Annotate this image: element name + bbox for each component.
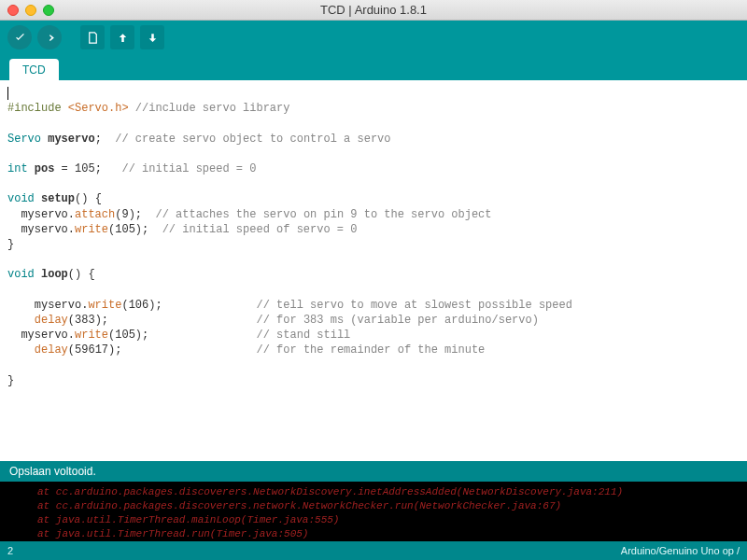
tab-strip: TCD [0, 54, 747, 80]
token-text: myservo. [7, 223, 75, 236]
console-output[interactable]: at cc.arduino.packages.discoverers.Netwo… [0, 482, 747, 541]
sketch-tab[interactable]: TCD [9, 59, 59, 80]
token-text: myservo. [7, 329, 75, 342]
status-bar: Opslaan voltooid. [0, 461, 747, 482]
token-text [28, 162, 35, 175]
token-comment: // create servo object to control a serv… [115, 133, 390, 146]
token-text [7, 314, 35, 327]
token-text: (9); [115, 208, 155, 221]
token-text: myservo. [7, 299, 88, 312]
token-variable: pos [35, 162, 55, 175]
token-text [35, 268, 41, 281]
token-method: delay [35, 343, 68, 357]
file-icon [86, 31, 100, 45]
text-cursor [7, 87, 8, 100]
window-titlebar: TCD | Arduino 1.8.1 [0, 0, 747, 21]
token-text: () { [68, 268, 95, 281]
token-text [35, 192, 41, 205]
token-text [62, 102, 68, 115]
token-comment: // initial speed of servo = 0 [162, 223, 358, 236]
token-comment: // for 383 ms (variable per arduino/serv… [256, 314, 538, 327]
token-text: (106); [121, 299, 256, 312]
token-type: int [7, 162, 28, 175]
console-line: at java.util.TimerThread.mainLoop(Timer.… [37, 513, 740, 527]
check-icon [13, 31, 27, 45]
token-text: (105); [108, 223, 162, 236]
toolbar [0, 21, 747, 54]
token-method: delay [35, 314, 68, 327]
token-text: = 105; [54, 162, 121, 175]
console-line: at cc.arduino.packages.discoverers.netwo… [37, 499, 740, 513]
token-text: ; [95, 133, 116, 146]
token-preprocessor: #include [7, 102, 62, 115]
token-comment: // attaches the servo on pin 9 to the se… [155, 208, 491, 221]
token-method: write [75, 329, 108, 342]
token-method: attach [75, 208, 115, 221]
upload-button[interactable] [37, 25, 62, 49]
token-comment: //include servo library [129, 102, 290, 115]
new-sketch-button[interactable] [80, 25, 105, 49]
open-sketch-button[interactable] [110, 25, 134, 49]
line-number: 2 [7, 545, 13, 556]
status-message: Opslaan voltooid. [9, 465, 96, 478]
token-comment: // initial speed = 0 [121, 162, 256, 175]
token-function-name: setup [41, 192, 75, 205]
token-text: myservo. [7, 208, 75, 221]
token-text: } [7, 374, 14, 387]
token-method: write [88, 299, 121, 312]
token-text: () { [75, 192, 102, 205]
token-type: Servo [7, 133, 41, 146]
token-type: void [7, 268, 35, 281]
token-text: (383); [68, 314, 257, 327]
code-editor[interactable]: #include <Servo.h> //include servo libra… [0, 80, 747, 461]
window-title: TCD | Arduino 1.8.1 [0, 3, 747, 17]
token-comment: // tell servo to move at slowest possibl… [256, 299, 571, 312]
console-line: at java.util.TimerThread.run(Timer.java:… [37, 527, 740, 541]
token-text: (59617); [68, 343, 257, 357]
board-port-label: Arduino/Genuino Uno op / [621, 545, 740, 556]
verify-button[interactable] [7, 25, 32, 49]
arrow-down-icon [146, 31, 160, 45]
token-library: <Servo.h> [68, 102, 129, 115]
console-line: at cc.arduino.packages.discoverers.Netwo… [37, 485, 740, 499]
arrow-right-icon [43, 31, 57, 45]
token-comment: // for the remainder of the minute [256, 343, 485, 357]
token-method: write [75, 223, 108, 236]
token-text: (105); [108, 329, 256, 342]
save-sketch-button[interactable] [140, 25, 164, 49]
token-text [7, 343, 35, 357]
footer-bar: 2 Arduino/Genuino Uno op / [0, 541, 747, 560]
token-function-name: loop [41, 268, 68, 281]
token-comment: // stand still [256, 329, 350, 342]
token-text: } [7, 238, 14, 251]
arrow-up-icon [116, 31, 130, 45]
token-type: void [7, 192, 35, 205]
token-variable: myservo [48, 133, 94, 146]
